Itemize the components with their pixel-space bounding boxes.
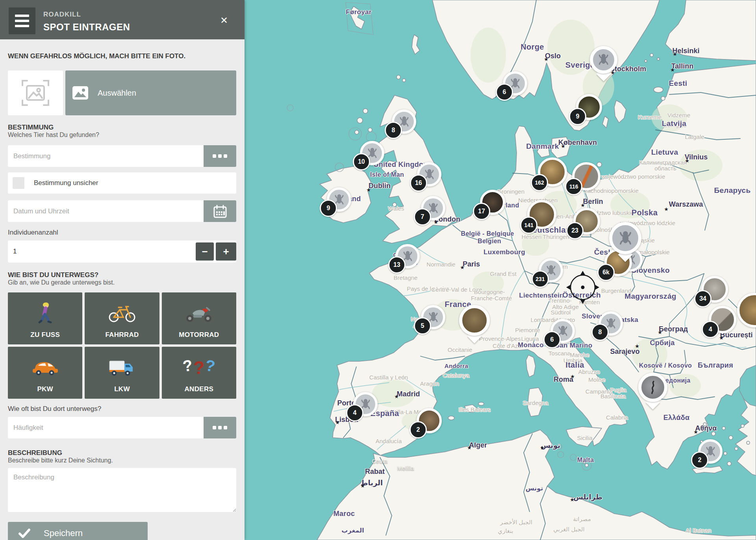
- photo-instruction: WENN GEFAHRLOS MÖGLICH, MACH BITTE EIN F…: [8, 52, 236, 60]
- transport-option-question[interactable]: ???ANDERS: [162, 347, 236, 399]
- bestimmung-heading: BESTIMMUNG: [8, 124, 236, 131]
- check-icon: [19, 529, 30, 538]
- image-placeholder-icon: [20, 78, 51, 108]
- transport-option-label: MOTORRAD: [162, 331, 236, 339]
- transport-option-label: PKW: [8, 385, 82, 393]
- save-label: Speichern: [44, 528, 83, 538]
- cluster-count-badge: 162: [531, 174, 548, 191]
- image-icon: [72, 86, 88, 100]
- photo-placeholder[interactable]: [8, 70, 63, 115]
- close-icon[interactable]: ✕: [220, 16, 228, 25]
- description-textarea[interactable]: [8, 468, 236, 512]
- frog-icon: [609, 222, 641, 254]
- cluster-count-badge: 6: [543, 331, 561, 348]
- transport-option-label: FAHRRAD: [85, 331, 159, 339]
- transport-option-label: ZU FUSS: [8, 331, 82, 339]
- cluster-count-badge: 4: [346, 404, 363, 422]
- cluster-count-badge: 7: [414, 208, 431, 226]
- cluster-count-badge: 231: [532, 270, 549, 288]
- species-input[interactable]: [8, 145, 204, 167]
- cluster-count-badge: 9: [320, 200, 337, 217]
- species-picker-button[interactable]: [204, 145, 236, 167]
- cluster-count-badge: 2: [691, 451, 708, 469]
- truck-icon: [85, 356, 159, 379]
- increment-button[interactable]: +: [216, 242, 236, 261]
- transport-option-walk[interactable]: ZU FUSS: [8, 292, 82, 344]
- bike-icon: [85, 302, 159, 325]
- calendar-icon: [213, 205, 227, 218]
- motorbike-icon: [162, 302, 236, 325]
- transport-heading: WIE BIST DU UNTERWEGS?: [8, 271, 236, 279]
- unsure-checkbox-row[interactable]: Bestimmung unsicher: [8, 172, 236, 194]
- description-heading: BESCHREIBUNG: [8, 449, 236, 457]
- cluster-count-badge: 2: [410, 421, 427, 438]
- cluster-count-badge: 10: [353, 153, 370, 170]
- map-base-layer: [245, 0, 756, 540]
- cluster-count-badge: 8: [591, 324, 609, 341]
- frog-icon: [590, 46, 617, 74]
- cluster-count-badge: 13: [388, 256, 406, 274]
- app-name: ROADKILL: [43, 11, 81, 18]
- cluster-count-badge: 16: [410, 174, 427, 192]
- menu-icon[interactable]: [9, 7, 35, 34]
- map[interactable]: NiedersachsenSachsen-AnhaltThüringenHess…: [245, 0, 756, 540]
- transport-option-label: ANDERS: [162, 385, 236, 393]
- cluster-count-badge: 8: [385, 122, 402, 139]
- spot-entry-panel: ROADKILL SPOT EINTRAGEN ✕ WENN GEFAHRLOS…: [0, 0, 245, 540]
- roadkill-photo-thumb: [638, 373, 667, 402]
- car-icon: [8, 356, 82, 379]
- transport-option-car[interactable]: PKW: [8, 347, 82, 399]
- transport-option-label: LKW: [85, 385, 159, 393]
- ellipsis-icon: [213, 154, 227, 158]
- cluster-count-badge: 141: [520, 216, 537, 234]
- transport-option-bike[interactable]: FAHRRAD: [85, 292, 159, 344]
- transport-options: ZU FUSSFAHRRADMOTORRADPKWLKW???ANDERS: [8, 292, 236, 399]
- transport-option-motorbike[interactable]: MOTORRAD: [162, 292, 236, 344]
- frequency-question: Wie oft bist Du dort unterwegs?: [8, 405, 236, 413]
- unsure-label: Bestimmung unsicher: [34, 179, 98, 187]
- description-subheading: Beschreibe bitte kurz Deine Sichtung.: [8, 457, 236, 464]
- datetime-input[interactable]: [8, 200, 204, 222]
- calendar-button[interactable]: [204, 200, 236, 222]
- choose-photo-button[interactable]: Auswählen: [65, 70, 236, 115]
- cluster-count-badge: 6: [496, 83, 513, 101]
- cluster-count-badge: 5: [414, 317, 431, 335]
- page-title: SPOT EINTRAGEN: [43, 22, 130, 33]
- unsure-checkbox[interactable]: [13, 177, 24, 189]
- count-input[interactable]: [8, 248, 126, 255]
- panel-header: ROADKILL SPOT EINTRAGEN ✕: [0, 0, 245, 39]
- save-button[interactable]: Speichern: [8, 522, 148, 540]
- count-label: Individuenanzahl: [8, 229, 236, 237]
- decrement-button[interactable]: −: [196, 242, 214, 261]
- cluster-count-badge: 17: [473, 203, 490, 220]
- cluster-count-badge: 116: [565, 178, 582, 195]
- frequency-picker-button[interactable]: [204, 417, 236, 438]
- choose-photo-label: Auswählen: [98, 89, 136, 98]
- walk-icon: [8, 302, 82, 325]
- roadkill-photo-thumb: [459, 305, 490, 336]
- cluster-count-badge: 9: [569, 108, 586, 125]
- frequency-input[interactable]: [8, 417, 204, 438]
- transport-option-truck[interactable]: LKW: [85, 347, 159, 399]
- question-icon: ???: [162, 356, 236, 379]
- ellipsis-icon: [213, 426, 227, 429]
- transport-subheading: Gib an, wie Du gerade unterwegs bist.: [8, 279, 236, 286]
- bestimmung-question: Welches Tier hast Du gefunden?: [8, 131, 236, 139]
- cluster-count-badge: 4: [702, 321, 719, 338]
